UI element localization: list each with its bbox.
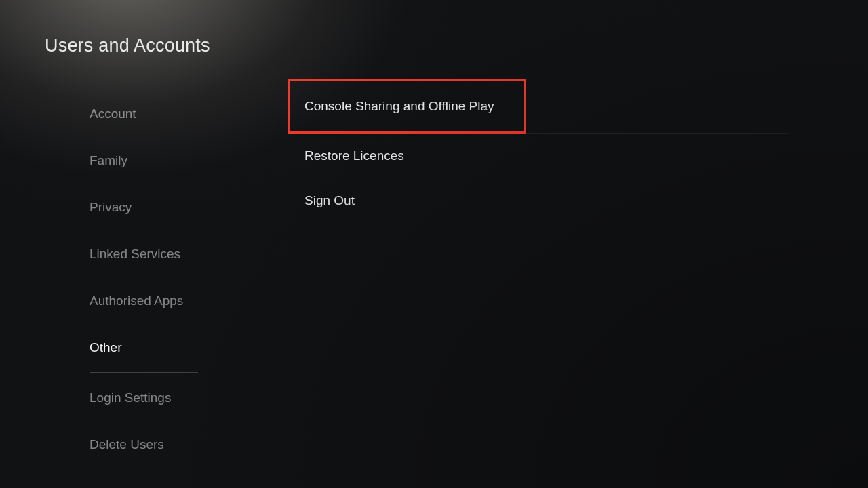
sidebar-item-label: Privacy [90,200,132,215]
content-item-label: Console Sharing and Offline Play [304,99,494,114]
sidebar-item-login-settings[interactable]: Login Settings [90,374,252,421]
content-item-restore-licences[interactable]: Restore Licences [290,134,788,178]
sidebar-item-label: Login Settings [90,390,171,405]
content-item-sign-out[interactable]: Sign Out [290,178,788,223]
sidebar-item-privacy[interactable]: Privacy [90,184,252,230]
settings-screen: Users and Accounts Account Family Privac… [0,0,868,488]
sidebar-item-label: Authorised Apps [90,293,183,308]
content-item-label: Restore Licences [304,148,404,163]
page-title: Users and Accounts [45,35,210,56]
content-panel: Console Sharing and Offline Play Restore… [290,80,788,223]
sidebar: Account Family Privacy Linked Services A… [90,90,252,468]
sidebar-item-delete-users[interactable]: Delete Users [90,421,252,468]
sidebar-divider [90,372,198,373]
sidebar-item-label: Linked Services [90,247,180,262]
sidebar-item-authorised-apps[interactable]: Authorised Apps [90,277,252,324]
sidebar-item-label: Family [90,153,127,168]
sidebar-item-label: Other [90,340,122,355]
sidebar-item-other[interactable]: Other [90,324,252,371]
content-item-console-sharing[interactable]: Console Sharing and Offline Play [288,79,526,134]
sidebar-item-linked-services[interactable]: Linked Services [90,230,252,277]
sidebar-item-label: Delete Users [90,437,164,452]
content-item-label: Sign Out [304,193,355,208]
sidebar-item-family[interactable]: Family [90,137,252,184]
sidebar-item-account[interactable]: Account [90,90,252,137]
sidebar-item-label: Account [90,106,136,121]
